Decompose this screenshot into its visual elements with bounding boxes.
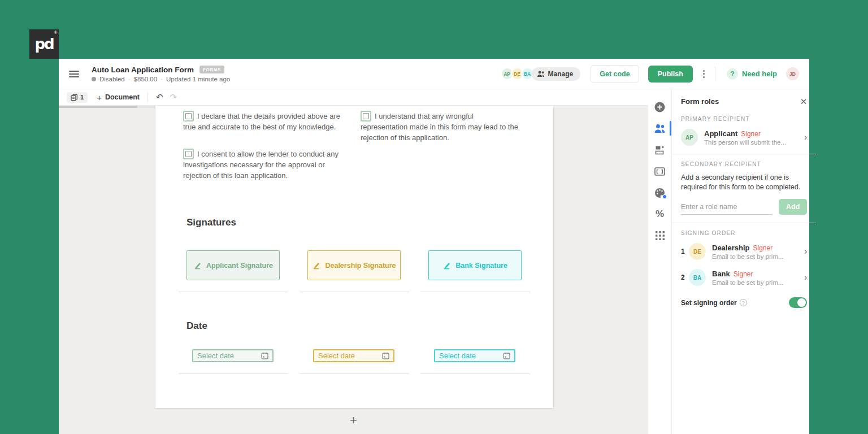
title-block: Auto Loan Application Form FORMS Disable… (92, 66, 230, 83)
pages-icon (71, 94, 78, 101)
recipient-texts: Dealership Signer Email to be set by pri… (712, 244, 784, 260)
recipient-texts: Applicant Signer This person will submit… (704, 129, 786, 146)
avatar: DE (689, 243, 706, 260)
publish-button[interactable]: Publish (648, 66, 693, 83)
recipient-role: Signer (753, 244, 772, 252)
get-code-button[interactable]: Get code (591, 65, 639, 83)
header-divider (715, 67, 715, 81)
checkbox-label: I understand that any wrongful represent… (361, 112, 518, 142)
plus-icon: + (97, 93, 102, 102)
signature-field-label: Bank Signature (455, 262, 507, 270)
signature-field-bank[interactable]: Bank Signature (428, 250, 522, 280)
panel-divider (672, 223, 816, 223)
redo-icon[interactable]: ↷ (170, 92, 177, 102)
forms-badge: FORMS (199, 66, 224, 73)
rail-item-apps[interactable] (648, 225, 671, 246)
work-area: 1 + Document ↶ ↷ I declare that the deta… (59, 89, 648, 434)
recipient-desc: Email to be set by prim... (712, 253, 784, 260)
recipient-desc: This person will submit the... (704, 139, 786, 146)
calendar-icon (261, 352, 268, 359)
hamburger-menu-icon[interactable] (69, 71, 79, 77)
rail-item-roles[interactable] (648, 118, 671, 139)
right-sidebar: % Form roles ✕ PRI (648, 89, 809, 434)
recipient-row-applicant[interactable]: AP Applicant Signer This person will sub… (681, 129, 807, 146)
rail-item-pricing[interactable]: % (648, 203, 671, 225)
percent-icon: % (656, 209, 664, 220)
status-updated: Updated 1 minute ago (166, 76, 230, 83)
document-canvas: I declare that the details provided abov… (59, 106, 648, 434)
page-count: 1 (80, 94, 84, 101)
status-dot-icon (92, 77, 96, 81)
add-page-button[interactable]: + (350, 414, 357, 427)
chevron-right-icon[interactable]: › (801, 132, 808, 143)
signing-order-number: 2 (681, 274, 689, 281)
document-page: I declare that the details provided abov… (155, 106, 553, 408)
manage-button[interactable]: Manage (532, 67, 581, 81)
checkbox-label: I consent to allow the lender to conduct… (183, 150, 338, 180)
checkbox-icon[interactable] (183, 111, 194, 121)
page-count-button[interactable]: 1 (67, 92, 88, 103)
rail-item-design[interactable] (648, 182, 671, 203)
add-role-button[interactable]: Add (779, 199, 807, 215)
status-price: $850.00 (134, 76, 158, 83)
blocks-icon (655, 145, 665, 155)
date-field-dealership[interactable]: Select date (313, 349, 394, 362)
set-signing-order-label: Set signing order (681, 299, 737, 307)
signing-order-label: SIGNING ORDER (681, 230, 807, 236)
plus-circle-icon (654, 102, 665, 112)
date-field-bank[interactable]: Select date (434, 349, 515, 362)
variables-brackets-icon (654, 167, 665, 176)
editor-toolbar: 1 + Document ↶ ↷ (59, 89, 648, 106)
toolbar-divider (147, 93, 148, 102)
rail-item-content-blocks[interactable] (648, 139, 671, 160)
checkbox-field-consent: I consent to allow the lender to conduct… (183, 149, 353, 181)
primary-recipient-label: PRIMARY RECIPIENT (681, 116, 807, 122)
chevron-right-icon[interactable]: › (801, 246, 808, 257)
status-row: Disabled · $850.00 · Updated 1 minute ag… (92, 76, 230, 83)
add-content-button[interactable] (648, 96, 671, 118)
app-header: Auto Loan Application Form FORMS Disable… (59, 59, 809, 89)
panel-divider (672, 154, 816, 154)
checkbox-icon[interactable] (183, 149, 194, 159)
signature-line (300, 292, 409, 292)
date-line (300, 374, 409, 374)
close-icon[interactable]: ✕ (800, 98, 808, 106)
manage-label: Manage (548, 70, 574, 78)
horizontal-scrollbar-thumb[interactable] (59, 106, 137, 108)
recipient-row-dealership[interactable]: 1 DE Dealership Signer Email to be set b… (681, 243, 807, 260)
page-title: Auto Loan Application Form (92, 66, 194, 74)
need-help-label: Need help (742, 70, 777, 78)
add-document-button[interactable]: + Document (97, 93, 140, 102)
signature-field-dealership[interactable]: Dealership Signature (307, 250, 401, 280)
date-placeholder: Select date (197, 351, 234, 360)
people-icon (654, 124, 666, 133)
user-avatar[interactable]: JD (786, 67, 799, 80)
recipient-name: Applicant (704, 129, 737, 138)
date-placeholder: Select date (439, 351, 476, 360)
more-options-icon[interactable] (703, 70, 705, 78)
recipient-role: Signer (741, 130, 761, 138)
signature-pen-icon (312, 261, 321, 270)
header-actions: AP DE BA Manage Get code Publish ? Need … (501, 65, 799, 83)
checkbox-icon[interactable] (361, 111, 371, 121)
recipient-texts: Bank Signer Email to be set by prim... (712, 270, 784, 286)
avatar: AP (681, 129, 698, 146)
recipient-role: Signer (734, 270, 753, 278)
rail-item-variables[interactable] (648, 160, 671, 182)
need-help-button[interactable]: ? Need help (727, 68, 777, 80)
chevron-right-icon[interactable]: › (801, 272, 808, 283)
date-heading: Date (186, 320, 207, 332)
signing-order-toggle[interactable] (789, 297, 807, 308)
date-placeholder: Select date (318, 351, 355, 360)
date-field-applicant[interactable]: Select date (192, 349, 274, 362)
recipient-name: Bank (712, 270, 730, 278)
signature-field-applicant[interactable]: Applicant Signature (186, 250, 280, 280)
recipient-row-bank[interactable]: 2 BA Bank Signer Email to be set by prim… (681, 269, 807, 286)
signatures-heading: Signatures (186, 217, 236, 228)
status-state: Disabled (99, 76, 125, 83)
sidebar-rail: % (648, 89, 671, 434)
add-document-label: Document (105, 93, 140, 101)
undo-icon[interactable]: ↶ (156, 92, 163, 102)
signature-pen-icon (193, 261, 202, 270)
role-name-input[interactable] (681, 201, 772, 215)
